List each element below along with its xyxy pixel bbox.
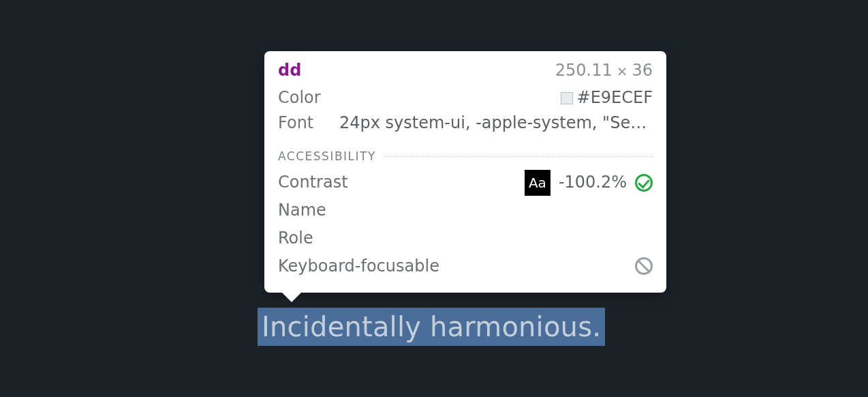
color-row: Color #E9ECEF [278,85,653,111]
font-label: Font [278,111,326,136]
dimension-times-icon: × [617,63,628,79]
role-row: Role [278,224,653,252]
contrast-value: -100.2% [559,168,627,196]
check-circle-icon [635,174,653,192]
keyboard-focusable-row: Keyboard-focusable [278,252,653,280]
font-row: Font 24px system-ui, -apple-system, "Seg… [278,111,653,136]
inspected-element-highlight: Incidentally harmonious. [258,308,605,346]
not-allowed-icon [635,257,653,275]
keyboard-focusable-value-wrap [635,257,653,275]
name-label: Name [278,196,653,224]
accessibility-section-title: ACCESSIBILITY [278,149,376,163]
dimension-width: 250.11 [555,61,613,80]
color-value: #E9ECEF [577,85,653,111]
accessibility-section-header: ACCESSIBILITY [278,149,653,163]
dimension-height: 36 [632,61,653,80]
font-value: 24px system-ui, -apple-system, "Segoe… [339,111,653,136]
contrast-sample-badge: Aa [525,170,551,196]
element-tag-name: dd [278,61,301,80]
color-value-wrap: #E9ECEF [338,85,653,111]
color-label: Color [278,85,326,111]
name-row: Name [278,196,653,224]
element-inspector-tooltip: dd 250.11 × 36 Color #E9ECEF Font 24px s… [264,51,666,293]
element-dimensions: 250.11 × 36 [555,61,653,80]
color-swatch-icon [561,92,573,104]
keyboard-focusable-label: Keyboard-focusable [278,252,635,280]
role-label: Role [278,224,653,252]
section-divider [384,156,653,157]
contrast-value-wrap: Aa -100.2% [525,168,653,196]
contrast-label: Contrast [278,168,525,196]
tooltip-header: dd 250.11 × 36 [278,61,653,80]
contrast-row: Contrast Aa -100.2% [278,168,653,196]
